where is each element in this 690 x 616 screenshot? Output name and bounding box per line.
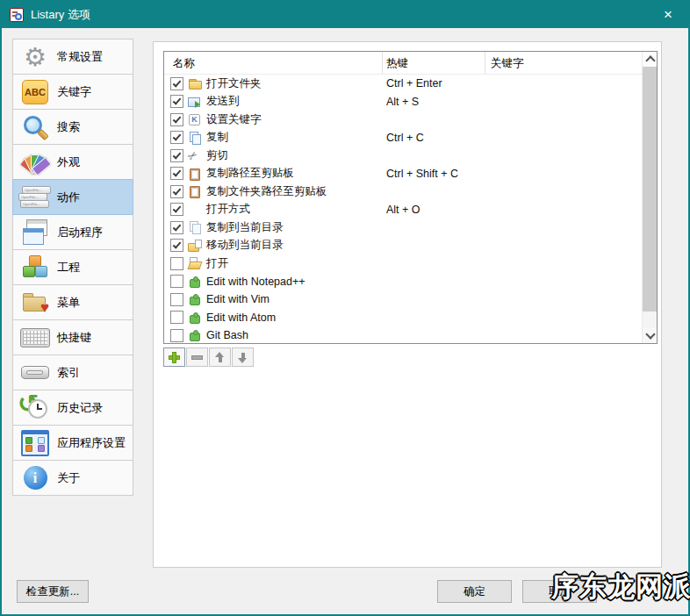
table-row[interactable]: Git Bash xyxy=(164,326,657,343)
scrollbar-thumb[interactable] xyxy=(643,67,658,312)
action-name: 打开方式 xyxy=(206,202,250,217)
row-checkbox-checked[interactable] xyxy=(170,203,183,216)
table-row[interactable]: 打开方式Alt + O xyxy=(164,201,657,219)
actions-list-icon: OpenFile...OpenFile...OpenFile... xyxy=(18,181,53,214)
sidebar-item-menu[interactable]: ♥菜单 xyxy=(12,284,133,320)
column-header-name[interactable]: 名称 xyxy=(173,56,195,71)
sidebar-item-label: 常规设置 xyxy=(57,49,103,65)
table-row[interactable]: 复制Ctrl + C xyxy=(164,129,657,147)
ok-button[interactable]: 确定 xyxy=(437,580,512,603)
sidebar-item-history[interactable]: ↺历史记录 xyxy=(12,390,133,426)
blocks-icon xyxy=(18,251,53,284)
row-checkbox-unchecked[interactable] xyxy=(170,257,183,270)
remove-action-button[interactable] xyxy=(186,347,208,367)
sidebar-item-label: 搜索 xyxy=(57,119,80,135)
table-row[interactable]: 复制到当前目录 xyxy=(164,218,657,237)
action-hotkey: Ctrl + C xyxy=(386,132,424,144)
action-name: 复制路径至剪贴板 xyxy=(206,166,294,181)
launch-windows-icon xyxy=(18,216,53,249)
row-checkbox-unchecked[interactable] xyxy=(170,293,183,306)
chevron-down-icon xyxy=(645,329,655,339)
column-header-hotkey[interactable]: 热键 xyxy=(386,56,408,71)
plugin-icon xyxy=(188,311,202,325)
sidebar-item-label: 菜单 xyxy=(57,295,80,311)
row-checkbox-checked[interactable] xyxy=(170,95,183,108)
minus-icon xyxy=(191,355,203,360)
add-action-button[interactable] xyxy=(163,347,185,367)
row-checkbox-checked[interactable] xyxy=(170,77,183,90)
table-row[interactable]: Edit with Atom xyxy=(164,309,657,327)
actions-panel: 名称 热键 关键字 打开文件夹Ctrl + Enter发送到Alt + S设置关… xyxy=(153,41,662,568)
sidebar-item-label: 工程 xyxy=(57,260,80,276)
sidebar-item-label: 应用程序设置 xyxy=(57,435,126,451)
action-name: 设置关键字 xyxy=(206,112,262,127)
column-separator[interactable] xyxy=(485,52,485,74)
clipboard-icon xyxy=(188,184,202,198)
move-folder-icon xyxy=(188,239,202,253)
folder-icon xyxy=(188,76,202,90)
keyboard-icon xyxy=(18,321,53,355)
sidebar-item-label: 索引 xyxy=(57,365,80,381)
watermark: 序东龙网派 xyxy=(551,569,690,605)
table-row[interactable]: Edit with Notepad++ xyxy=(164,273,657,291)
info-icon: i xyxy=(18,462,53,495)
copy-light-icon xyxy=(188,220,202,234)
table-row[interactable]: 打开文件夹Ctrl + Enter xyxy=(164,75,657,93)
column-header-keyword[interactable]: 关键字 xyxy=(491,56,524,71)
search-icon xyxy=(18,111,53,144)
action-name: 发送到 xyxy=(206,94,240,109)
plugin-icon xyxy=(188,292,202,306)
row-checkbox-unchecked[interactable] xyxy=(170,329,183,342)
sidebar-item-launch-apps[interactable]: 启动程序 xyxy=(12,214,133,250)
sidebar-item-search[interactable]: 搜索 xyxy=(12,109,133,145)
row-checkbox-checked[interactable] xyxy=(170,185,183,198)
sidebar-item-appearance[interactable]: 外观 xyxy=(12,144,133,180)
row-checkbox-checked[interactable] xyxy=(170,131,183,144)
table-row[interactable]: Edit with Vim xyxy=(164,290,657,309)
table-row[interactable]: 移动到当前目录 xyxy=(164,237,657,255)
column-separator[interactable] xyxy=(382,52,383,74)
row-checkbox-checked[interactable] xyxy=(170,167,183,180)
move-down-button[interactable] xyxy=(232,347,254,367)
action-name: 复制 xyxy=(206,130,228,145)
titlebar[interactable]: Listary 选项 × xyxy=(2,2,688,28)
sidebar-item-actions[interactable]: OpenFile...OpenFile...OpenFile...动作 xyxy=(12,179,133,215)
table-row[interactable]: 复制文件夹路径至剪贴板 xyxy=(164,183,657,201)
sidebar-item-about[interactable]: i关于 xyxy=(12,460,133,496)
action-name: 打开 xyxy=(206,256,228,271)
table-row[interactable]: 复制路径至剪贴板Ctrl + Shift + C xyxy=(164,165,657,183)
appearance-fan-icon xyxy=(18,146,53,179)
row-checkbox-unchecked[interactable] xyxy=(170,311,183,324)
scroll-down-button[interactable] xyxy=(643,328,658,343)
sidebar-item-keywords[interactable]: ABC关键字 xyxy=(12,74,133,110)
table-row[interactable]: 打开 xyxy=(164,254,657,273)
row-checkbox-checked[interactable] xyxy=(170,239,183,252)
window-title: Listary 选项 xyxy=(31,7,90,23)
action-hotkey: Ctrl + Shift + C xyxy=(386,168,458,180)
sidebar-item-general[interactable]: ⚙常规设置 xyxy=(12,39,133,75)
check-updates-button[interactable]: 检查更新... xyxy=(17,580,89,603)
listary-options-window: Listary 选项 × ⚙常规设置ABC关键字搜索外观OpenFile...O… xyxy=(0,0,690,616)
table-row[interactable]: 剪切 xyxy=(164,147,657,165)
sidebar-item-app-settings[interactable]: 应用程序设置 xyxy=(12,425,133,461)
row-checkbox-unchecked[interactable] xyxy=(170,275,183,288)
sidebar-item-hotkeys[interactable]: 快捷键 xyxy=(12,319,133,355)
row-checkbox-checked[interactable] xyxy=(170,149,183,162)
row-checkbox-checked[interactable] xyxy=(170,113,183,126)
table-row[interactable]: 设置关键字 xyxy=(164,111,657,129)
action-name: 复制文件夹路径至剪贴板 xyxy=(206,184,327,199)
abc-keyword-icon: ABC xyxy=(18,75,53,109)
sidebar-item-projects[interactable]: 工程 xyxy=(12,249,133,285)
plugin-icon xyxy=(188,275,202,289)
scroll-up-button[interactable] xyxy=(643,52,658,67)
gear-icon: ⚙ xyxy=(18,40,53,74)
sidebar-item-label: 关键字 xyxy=(57,84,91,100)
row-checkbox-checked[interactable] xyxy=(170,221,183,234)
move-up-button[interactable] xyxy=(209,347,231,367)
close-button[interactable]: × xyxy=(648,2,688,28)
vertical-scrollbar[interactable] xyxy=(642,52,657,343)
action-name: Edit with Vim xyxy=(206,293,270,305)
history-clock-icon: ↺ xyxy=(18,391,53,425)
table-row[interactable]: 发送到Alt + S xyxy=(164,93,657,111)
sidebar-item-index[interactable]: 索引 xyxy=(12,355,133,390)
